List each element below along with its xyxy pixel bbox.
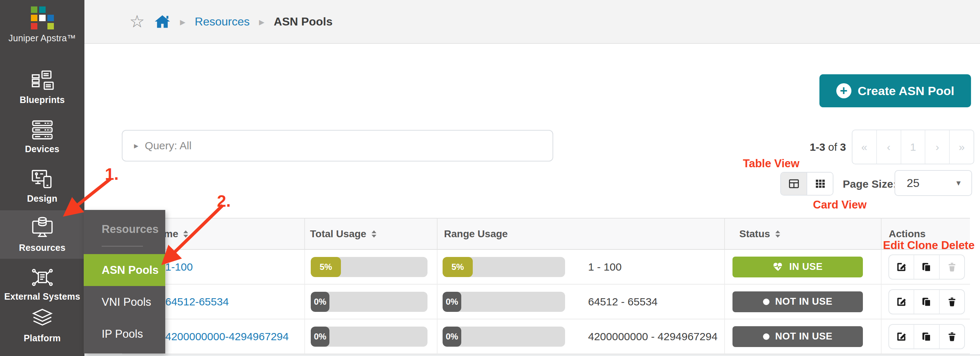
total-usage-bar: 5% <box>311 257 428 277</box>
juniper-apstra-logo-icon <box>31 6 54 29</box>
pagination-next-button[interactable]: › <box>925 130 949 164</box>
dot-icon <box>763 333 770 340</box>
row-actions <box>888 289 965 314</box>
design-icon <box>30 168 54 191</box>
flyout-item-asn-pools[interactable]: ASN Pools <box>84 254 165 286</box>
column-label: Status <box>739 228 770 240</box>
sort-icon <box>371 230 377 237</box>
sidebar-item-devices[interactable]: Devices <box>0 116 84 157</box>
blueprints-icon <box>30 70 54 92</box>
breadcrumb: ☆ ▸ Resources ▸ ASN Pools <box>129 0 332 43</box>
view-toggle <box>780 172 834 196</box>
sidebar-item-label: External Systems <box>4 291 81 302</box>
status-badge: IN USE <box>732 256 863 277</box>
query-filter-input[interactable]: ▸ Query: All <box>122 130 553 161</box>
chevron-down-icon: ▼ <box>955 179 962 187</box>
plus-icon: + <box>836 83 851 98</box>
pool-name-link[interactable]: 1-100 <box>165 261 193 273</box>
pagination-first-button[interactable]: « <box>853 130 876 164</box>
bottom-divider <box>84 354 980 356</box>
row-actions <box>888 255 965 280</box>
sidebar-item-external-systems[interactable]: External Systems <box>0 264 84 304</box>
clone-button[interactable] <box>913 325 939 348</box>
usage-percent-chip: 0% <box>311 292 329 312</box>
delete-button[interactable] <box>939 255 964 279</box>
sidebar-item-blueprints[interactable]: Blueprints <box>0 68 84 107</box>
usage-percent-chip: 0% <box>442 292 461 312</box>
heart-pulse-icon <box>773 262 783 272</box>
breadcrumb-link-resources[interactable]: Resources <box>195 15 250 28</box>
sidebar-item-platform[interactable]: Platform <box>0 306 84 345</box>
home-icon[interactable] <box>154 14 171 29</box>
query-text: Query: All <box>145 139 191 152</box>
clone-button[interactable] <box>913 290 939 314</box>
usage-percent-chip: 0% <box>442 327 461 347</box>
clone-button[interactable] <box>913 255 939 279</box>
sidebar-item-resources[interactable]: Resources <box>0 210 84 259</box>
total-usage-bar: 0% <box>311 292 428 312</box>
favorite-star-icon[interactable]: ☆ <box>129 13 145 30</box>
column-header-range-usage[interactable]: Range Usage <box>437 218 724 249</box>
status-badge: NOT IN USE <box>732 291 863 312</box>
edit-button[interactable] <box>889 290 913 314</box>
column-label: Actions <box>889 228 926 240</box>
pool-name-link[interactable]: 4200000000-4294967294 <box>165 331 289 343</box>
status-label: NOT IN USE <box>775 296 833 307</box>
sidebar-item-label: Resources <box>19 243 66 253</box>
edit-icon <box>896 262 907 272</box>
usage-percent-chip: 5% <box>311 257 341 277</box>
page-size-label: Page Size: <box>843 178 897 190</box>
trash-icon <box>947 331 957 342</box>
table-header-row: Name Total Usage Range Usage Status Acti… <box>122 218 970 250</box>
edit-button[interactable] <box>889 325 913 348</box>
column-header-status[interactable]: Status <box>724 218 881 249</box>
table-view-icon <box>788 178 800 189</box>
sort-icon <box>183 230 188 237</box>
sidebar-item-label: Blueprints <box>20 95 65 105</box>
pagination-last-button[interactable]: » <box>949 130 974 164</box>
pagination-total: 3 <box>840 141 846 153</box>
create-asn-pool-button[interactable]: + Create ASN Pool <box>819 74 971 107</box>
column-label: Range Usage <box>444 228 508 240</box>
table-row: 1-100 5% 5% 1 - 100 IN USE <box>122 250 970 285</box>
total-usage-bar: 0% <box>311 327 428 347</box>
status-badge: NOT IN USE <box>732 326 863 347</box>
pagination-prev-button[interactable]: ‹ <box>876 130 900 164</box>
brand: Juniper Apstra™ <box>0 6 84 43</box>
trash-icon <box>947 262 957 272</box>
table-view-button[interactable] <box>781 172 807 195</box>
annotation-step-2: 2. <box>217 191 231 210</box>
breadcrumb-separator-icon: ▸ <box>259 16 264 28</box>
range-usage-bar: 0% <box>442 292 565 312</box>
delete-button[interactable] <box>939 325 964 348</box>
card-view-button[interactable] <box>807 172 833 195</box>
range-text: 4200000000 - 4294967294 <box>588 331 718 343</box>
table-row: 64512-65534 0% 0% 64512 - 65534 NOT IN U… <box>122 285 970 320</box>
column-header-total-usage[interactable]: Total Usage <box>304 218 437 249</box>
query-expand-caret-icon[interactable]: ▸ <box>134 141 138 151</box>
column-header-actions: Actions <box>881 218 970 249</box>
sidebar-item-design[interactable]: Design <box>0 166 84 206</box>
flyout-item-ip-pools[interactable]: IP Pools <box>84 318 165 350</box>
breadcrumb-separator-icon: ▸ <box>180 16 185 28</box>
sidebar-item-label: Design <box>27 193 57 204</box>
sidebar-item-label: Devices <box>25 144 60 154</box>
pagination-controls: « ‹ 1 › » <box>852 130 974 165</box>
pool-name-link[interactable]: 64512-65534 <box>165 296 229 308</box>
delete-button[interactable] <box>939 290 964 314</box>
pagination-range: 1-3 of 3 <box>769 130 846 165</box>
flyout-title: Resources <box>84 210 165 236</box>
range-usage-bar: 5% <box>442 257 565 277</box>
pagination-of-label: of <box>828 141 837 153</box>
edit-button[interactable] <box>889 255 913 279</box>
pagination-page-button[interactable]: 1 <box>900 130 925 164</box>
dot-icon <box>763 299 770 305</box>
brand-label: Juniper Apstra™ <box>0 33 84 43</box>
clone-icon <box>921 262 932 272</box>
edit-icon <box>896 331 907 342</box>
page-size-select[interactable]: 25 ▼ <box>894 170 972 196</box>
flyout-item-vni-pools[interactable]: VNI Pools <box>84 286 165 318</box>
pagination-range-value: 1-3 <box>810 141 825 153</box>
status-label: NOT IN USE <box>775 331 833 342</box>
asn-pools-table: Name Total Usage Range Usage Status Acti… <box>122 218 970 354</box>
